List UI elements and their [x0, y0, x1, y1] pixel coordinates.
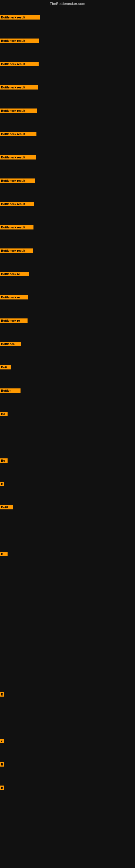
bottleneck-bar-21: B — [0, 552, 8, 556]
bottleneck-bar-23: e — [0, 739, 4, 743]
bottleneck-bar-17: Bo — [0, 412, 8, 416]
bottleneck-bar-13: Bottleneck re — [0, 318, 28, 323]
bottleneck-bar-16: Bottlen — [0, 389, 20, 393]
bottleneck-bar-18: Bo — [0, 458, 8, 463]
bottleneck-bar-20: Bottl — [0, 505, 13, 509]
bottleneck-bar-25: B — [0, 785, 4, 790]
bottleneck-bar-22: B — [0, 692, 4, 696]
bottleneck-bar-1: Bottleneck result — [0, 38, 39, 43]
bottleneck-bar-8: Bottleneck result — [0, 202, 34, 206]
bottleneck-bar-3: Bottleneck result — [0, 85, 38, 90]
bottleneck-bar-15: Bott — [0, 365, 11, 369]
bottleneck-bar-11: Bottleneck re — [0, 272, 29, 276]
bottleneck-bar-7: Bottleneck result — [0, 179, 35, 183]
bottleneck-bar-4: Bottleneck result — [0, 108, 37, 113]
bottleneck-bar-14: Bottlenec — [0, 342, 21, 346]
bottleneck-bar-2: Bottleneck result — [0, 62, 39, 66]
bottleneck-bar-9: Bottleneck result — [0, 225, 34, 229]
site-title: TheBottlenecker.com — [0, 0, 135, 7]
bottleneck-bar-0: Bottleneck result — [0, 15, 40, 20]
bottleneck-bar-6: Bottleneck result — [0, 155, 36, 159]
bottleneck-bar-5: Bottleneck result — [0, 132, 37, 136]
bottleneck-bar-24: E — [0, 762, 4, 767]
bottleneck-bar-19: B — [0, 482, 4, 486]
bottleneck-bar-10: Bottleneck result — [0, 248, 33, 253]
bottleneck-bar-12: Bottleneck re — [0, 295, 28, 300]
